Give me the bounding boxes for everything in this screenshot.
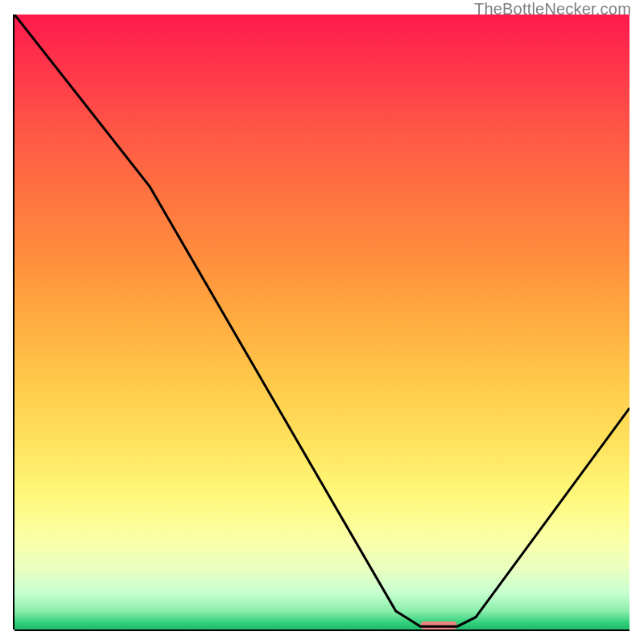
bottleneck-chart: TheBottleNecker.com [0,0,644,644]
plot-area [14,14,630,630]
curve-svg [14,14,630,630]
bottleneck-curve-path [14,14,630,626]
x-axis [14,630,630,631]
